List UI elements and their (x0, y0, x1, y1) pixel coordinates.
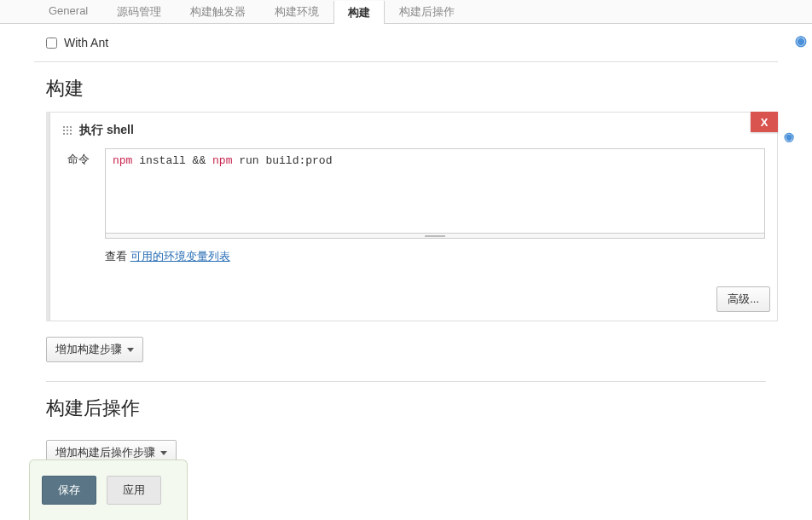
tab-scm[interactable]: 源码管理 (102, 0, 176, 23)
add-build-step-label: 增加构建步骤 (55, 342, 122, 357)
code-text: run build:prod (232, 154, 332, 167)
advanced-row: 高级... (50, 281, 777, 321)
drag-handle-icon[interactable] (62, 125, 72, 136)
tab-general[interactable]: General (34, 0, 102, 23)
build-section-title: 构建 (34, 62, 778, 112)
command-label: 命令 (62, 148, 90, 274)
delete-step-button[interactable]: X (751, 112, 778, 132)
code-keyword: npm (212, 154, 232, 167)
tab-post-build[interactable]: 构建后操作 (385, 0, 469, 23)
help-icon[interactable]: ◉ (784, 130, 794, 143)
build-step-header: 执行 shell (50, 113, 777, 148)
with-ant-label: With Ant (64, 36, 108, 49)
add-post-build-step-label: 增加构建后操作步骤 (55, 445, 155, 460)
env-link-row: 查看 可用的环境变量列表 (105, 239, 765, 274)
with-ant-checkbox[interactable] (46, 38, 57, 49)
command-row: 命令 npm install && npm run build:prod 查看 … (50, 148, 777, 281)
add-build-step-row: 增加构建步骤 (46, 328, 778, 371)
build-steps-container: X ◉ 执行 shell 命令 npm install && npm run b… (46, 112, 778, 321)
caret-down-icon (160, 451, 167, 455)
shell-build-step: X ◉ 执行 shell 命令 npm install && npm run b… (49, 112, 778, 321)
config-tabs: General 源码管理 构建触发器 构建环境 构建 构建后操作 (0, 0, 812, 24)
with-ant-row: With Ant ◉ (34, 31, 778, 55)
tab-triggers[interactable]: 构建触发器 (176, 0, 260, 23)
content-area: With Ant ◉ 构建 X ◉ 执行 shell 命令 npm instal… (0, 24, 812, 474)
advanced-button[interactable]: 高级... (716, 286, 770, 312)
bottom-action-bar: 保存 应用 (29, 459, 188, 474)
post-build-section-title: 构建后操作 (34, 382, 778, 431)
add-build-step-button[interactable]: 增加构建步骤 (46, 337, 143, 362)
resize-grip-icon (425, 235, 445, 237)
tab-build[interactable]: 构建 (334, 1, 385, 24)
command-area: npm install && npm run build:prod 查看 可用的… (105, 148, 765, 274)
env-prefix-text: 查看 (105, 250, 130, 263)
caret-down-icon (127, 348, 134, 352)
env-vars-link[interactable]: 可用的环境变量列表 (130, 250, 230, 263)
code-keyword: npm (113, 154, 132, 167)
code-text: install && (132, 154, 212, 167)
build-step-title: 执行 shell (79, 123, 134, 138)
command-textarea[interactable]: npm install && npm run build:prod (105, 148, 765, 234)
help-icon[interactable]: ◉ (795, 32, 807, 49)
tab-build-env[interactable]: 构建环境 (260, 0, 334, 23)
